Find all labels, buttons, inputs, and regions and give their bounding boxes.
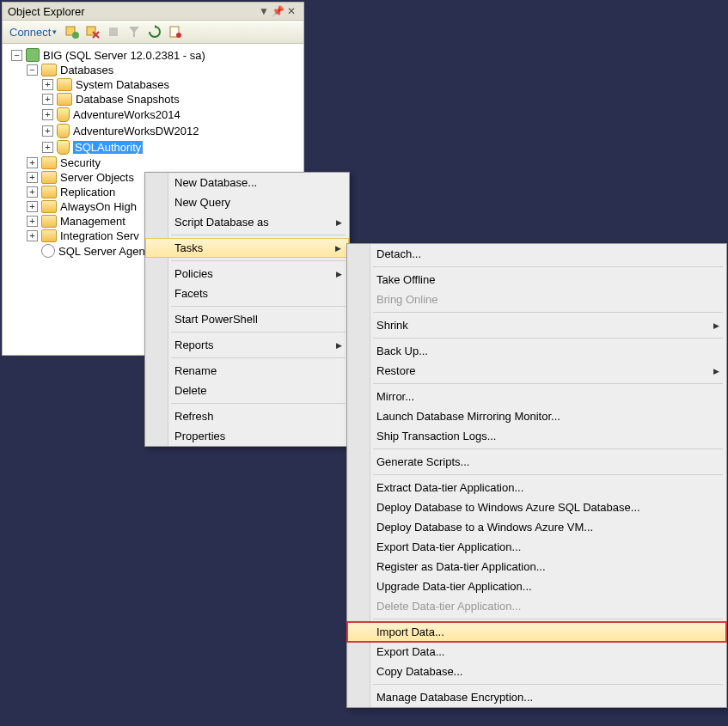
tree-node-snapshots[interactable]: +Database Snapshots <box>4 92 302 107</box>
menu-rename[interactable]: Rename <box>145 361 349 381</box>
collapse-icon[interactable]: − <box>11 50 22 61</box>
menu-bring-online: Bring Online <box>347 290 726 309</box>
menu-new-query[interactable]: New Query <box>145 192 349 212</box>
close-icon[interactable]: ✕ <box>284 4 298 18</box>
folder-icon <box>57 78 72 91</box>
menu-manage-encryption[interactable]: Manage Database Encryption... <box>347 687 726 707</box>
database-icon <box>57 124 70 138</box>
expand-icon[interactable]: + <box>42 109 53 120</box>
expand-icon[interactable]: + <box>42 79 53 90</box>
menu-shrink[interactable]: Shrink <box>347 315 726 335</box>
svg-point-1 <box>72 32 79 39</box>
tree-node-awdw2012[interactable]: +AdventureWorksDW2012 <box>4 123 302 139</box>
expand-icon[interactable]: + <box>27 172 38 183</box>
folder-icon <box>41 156 57 169</box>
menu-deploy-azure-db[interactable]: Deploy Database to Windows Azure SQL Dat… <box>347 497 726 517</box>
menu-separator <box>373 684 723 685</box>
menu-launch-mirroring-monitor[interactable]: Launch Database Mirroring Monitor... <box>347 406 726 426</box>
database-icon <box>57 107 70 122</box>
tree-node-systemdb[interactable]: +System Databases <box>4 77 302 92</box>
menu-extract-data-tier[interactable]: Extract Data-tier Application... <box>347 478 726 497</box>
dropdown-icon[interactable]: ▼ <box>257 4 271 18</box>
menu-deploy-azure-vm[interactable]: Deploy Database to a Windows Azure VM... <box>347 517 726 537</box>
menu-start-powershell[interactable]: Start PowerShell <box>145 309 349 329</box>
menu-separator <box>373 266 723 267</box>
expand-icon[interactable]: + <box>27 201 38 212</box>
folder-icon <box>57 93 72 106</box>
menu-separator <box>373 383 723 384</box>
menu-detach[interactable]: Detach... <box>347 244 726 264</box>
server-icon <box>26 48 40 62</box>
folder-icon <box>41 200 57 213</box>
menu-mirror[interactable]: Mirror... <box>347 387 726 406</box>
menu-facets[interactable]: Facets <box>145 284 349 303</box>
menu-tasks[interactable]: Tasks <box>145 238 349 258</box>
panel-titlebar: Object Explorer ▼ 📌 ✕ <box>3 3 303 21</box>
menu-properties[interactable]: Properties <box>145 426 349 446</box>
svg-point-9 <box>176 33 181 38</box>
menu-separator <box>171 260 346 261</box>
pin-icon[interactable]: 📌 <box>271 4 284 18</box>
expand-icon[interactable]: + <box>27 186 38 198</box>
collapse-icon[interactable]: − <box>27 64 38 76</box>
menu-separator <box>373 338 723 339</box>
folder-icon <box>41 171 57 184</box>
menu-refresh[interactable]: Refresh <box>145 406 349 426</box>
menu-policies[interactable]: Policies <box>145 264 349 284</box>
connect-button[interactable]: Connect▾ <box>6 24 60 40</box>
menu-generate-scripts[interactable]: Generate Scripts... <box>347 452 726 472</box>
menu-separator <box>171 403 346 404</box>
menu-upgrade-data-tier[interactable]: Upgrade Data-tier Application... <box>347 577 726 596</box>
menu-back-up[interactable]: Back Up... <box>347 341 726 361</box>
menu-new-database[interactable]: New Database... <box>145 173 349 192</box>
tree-node-sqlauthority[interactable]: +SQLAuthority <box>4 139 302 156</box>
menu-register-data-tier[interactable]: Register as Data-tier Application... <box>347 557 726 577</box>
menu-ship-transaction-logs[interactable]: Ship Transaction Logs... <box>347 426 726 446</box>
refresh-icon[interactable] <box>146 23 163 40</box>
panel-title-text: Object Explorer <box>8 5 257 18</box>
svg-rect-5 <box>109 27 118 36</box>
expand-icon[interactable]: + <box>27 230 38 241</box>
menu-separator <box>171 357 346 358</box>
menu-export-data[interactable]: Export Data... <box>347 642 726 662</box>
menu-script-database[interactable]: Script Database as <box>145 212 349 232</box>
menu-separator <box>373 619 723 619</box>
filter-icon[interactable] <box>125 23 143 40</box>
tree-node-databases[interactable]: −Databases <box>4 63 302 77</box>
folder-icon <box>41 64 57 76</box>
expand-icon[interactable]: + <box>42 94 53 105</box>
script-icon[interactable] <box>167 23 184 40</box>
menu-reports[interactable]: Reports <box>145 335 349 355</box>
menu-separator <box>171 306 346 307</box>
menu-delete[interactable]: Delete <box>145 381 349 400</box>
context-menu-database: New Database... New Query Script Databas… <box>144 172 350 447</box>
folder-icon <box>41 229 57 242</box>
svg-marker-6 <box>129 27 139 37</box>
expand-icon[interactable]: + <box>27 157 38 168</box>
expand-icon[interactable]: + <box>27 216 38 227</box>
menu-restore[interactable]: Restore <box>347 361 726 381</box>
toolbar: Connect▾ <box>3 21 303 44</box>
menu-separator <box>171 332 346 332</box>
menu-delete-data-tier: Delete Data-tier Application... <box>347 596 726 616</box>
tree-node-aw2014[interactable]: +AdventureWorks2014 <box>4 107 302 123</box>
tree-node-security[interactable]: +Security <box>4 156 302 170</box>
menu-export-data-tier[interactable]: Export Data-tier Application... <box>347 537 726 557</box>
tree-node-server[interactable]: −BIG (SQL Server 12.0.2381 - sa) <box>4 47 302 63</box>
folder-icon <box>41 215 57 228</box>
expand-icon[interactable]: + <box>42 142 53 153</box>
database-icon <box>57 140 70 155</box>
context-menu-tasks: Detach... Take Offline Bring Online Shri… <box>346 243 727 708</box>
agent-icon <box>41 244 55 258</box>
menu-take-offline[interactable]: Take Offline <box>347 270 726 290</box>
menu-separator <box>171 235 346 235</box>
menu-copy-database[interactable]: Copy Database... <box>347 662 726 681</box>
folder-icon <box>41 186 57 198</box>
menu-separator <box>373 448 723 449</box>
stop-icon <box>105 23 122 40</box>
connect-server-icon[interactable] <box>64 23 81 40</box>
disconnect-server-icon[interactable] <box>84 23 101 40</box>
menu-import-data[interactable]: Import Data... <box>347 622 726 642</box>
menu-separator <box>373 312 723 313</box>
expand-icon[interactable]: + <box>42 125 53 137</box>
